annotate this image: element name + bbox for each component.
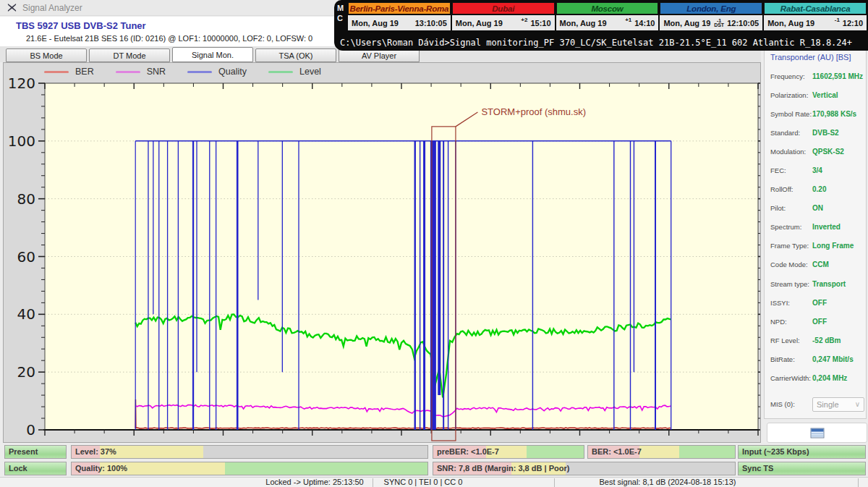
clock-berlin-paris-vienna-roma: Berlin-Paris-Vienna-RomaMon, Aug 1913:10… xyxy=(348,2,451,30)
svg-text:80: 80 xyxy=(17,190,35,208)
tab-signal-mon[interactable]: Signal Mon. xyxy=(172,47,253,62)
tp-value: 3/4 xyxy=(812,166,866,174)
signal-chart-panel: BERSNRQualityLevel 020406080100120STORM+… xyxy=(3,62,761,443)
tp-value: Long Frame xyxy=(812,242,866,250)
tp-label: Spectrum: xyxy=(770,223,812,231)
tp-value: -52 dBm xyxy=(812,336,866,344)
present-indicator: Present xyxy=(4,445,67,459)
clock-city-label: Rabat-Casablanca xyxy=(764,2,867,14)
tab-tsa-ok[interactable]: TSA (OK) xyxy=(255,48,336,62)
legend-label: Level xyxy=(299,67,321,77)
legend-swatch xyxy=(116,71,140,73)
transponder-row-modulation: Modulation:QPSK-S2 xyxy=(770,142,866,161)
transponder-row-carrierwidth: CarrierWidth:0,204 MHz xyxy=(770,369,866,388)
tp-label: Frame Type: xyxy=(770,242,812,250)
tp-label: RF Level: xyxy=(770,336,812,344)
clock-rabat-casablanca: Rabat-CasablancaMon, Aug 19-112:10 xyxy=(764,2,867,30)
snr-bar: SNR: 7,8 dB (Margin: 3,8 dB | Poor) xyxy=(433,462,736,475)
svg-text:40: 40 xyxy=(17,305,35,323)
tp-value: 11602,591 MHz xyxy=(812,72,866,80)
mis-select[interactable]: Single ∨ xyxy=(812,397,864,412)
tp-value: 0,204 MHz xyxy=(812,374,866,382)
clock-dubai: DubaiMon, Aug 19+215:10 xyxy=(452,2,555,30)
clock-time: 15:10 xyxy=(530,19,550,27)
legend-swatch xyxy=(187,71,212,73)
transponder-row-standard: Standard:DVB-S2 xyxy=(770,123,866,142)
transponder-rows: Frequency:11602,591 MHzPolarization:Vert… xyxy=(770,67,866,388)
clock-utc-offset: -1 xyxy=(835,15,840,23)
mis-label: MIS (0): xyxy=(770,400,812,408)
svg-text:60: 60 xyxy=(17,248,35,266)
window-title: Signal Analyzer xyxy=(22,3,82,13)
svg-text:20: 20 xyxy=(17,363,35,381)
clock-city-label: Berlin-Paris-Vienna-Roma xyxy=(348,2,451,14)
transponder-row-rf-level: RF Level:-52 dBm xyxy=(770,331,866,350)
transponder-row-frequency: Frequency:11602,591 MHz xyxy=(770,67,866,85)
quality-bar: Quality: 100% xyxy=(71,462,428,475)
tp-value: Vertical xyxy=(812,91,866,99)
clock-datetime: Mon, Aug 19-1DST12:10:05 xyxy=(660,15,762,30)
signal-chart: 020406080100120STORM+proof (shmu.sk) xyxy=(4,63,760,442)
tp-label: Pilot: xyxy=(770,204,812,212)
legend-item-snr: SNR xyxy=(116,67,166,77)
legend-label: Quality xyxy=(218,67,247,77)
legend-item-level: Level xyxy=(268,67,321,77)
app-icon xyxy=(7,3,17,12)
clock-date: Mon, Aug 19 xyxy=(352,19,399,27)
tp-value: Transport xyxy=(812,280,866,288)
tab-bs-mode[interactable]: BS Mode xyxy=(6,48,87,62)
status-uptime: Locked -> Uptime: 25:13:50 xyxy=(235,478,394,487)
legend-label: SNR xyxy=(147,67,166,77)
tp-label: FEC: xyxy=(770,166,812,174)
transponder-row-fec: FEC:3/4 xyxy=(770,161,866,179)
transponder-header: Transponder (AU) [BS] xyxy=(770,53,866,62)
status-sync-counters: SYNC 0 | TEI 0 | CC 0 xyxy=(374,478,472,487)
transponder-row-rolloff: RollOff:0.20 xyxy=(770,180,866,199)
tab-dt-mode[interactable]: DT Mode xyxy=(89,48,170,62)
svg-text:0: 0 xyxy=(26,421,35,439)
tp-value: DVB-S2 xyxy=(812,129,866,137)
tp-label: NPD: xyxy=(770,318,812,326)
statusbar-divider xyxy=(373,478,373,487)
table-icon xyxy=(810,428,825,439)
clipped-letter: M xyxy=(337,4,348,12)
input-rate-indicator: Input (~235 Kbps) xyxy=(738,445,866,459)
show-transponder-table-button[interactable] xyxy=(767,423,867,443)
transponder-panel: Transponder (AU) [BS] Frequency:11602,59… xyxy=(764,46,867,419)
storm-annotation-label: STORM+proof (shmu.sk) xyxy=(481,106,586,117)
tp-value: QPSK-S2 xyxy=(812,148,866,156)
svg-text:100: 100 xyxy=(8,132,35,150)
transponder-row-frame-type: Frame Type:Long Frame xyxy=(770,237,866,255)
clock-time: 12:10:05 xyxy=(727,19,759,27)
clock-time: 13:10:05 xyxy=(415,19,447,27)
transponder-row-symbol-rate: Symbol Rate:170,988 KS/s xyxy=(770,104,866,123)
tp-value: ON xyxy=(812,204,866,212)
transponder-row-stream-type: Stream type:Transport xyxy=(770,274,866,293)
ber-bar: BER: <1.0E-7 xyxy=(587,445,736,459)
clipped-letter: C xyxy=(337,14,348,22)
clock-city-label: Moscow xyxy=(556,2,659,14)
sync-ts-indicator: Sync TS xyxy=(738,462,866,475)
tp-label: ISSYI: xyxy=(770,299,812,307)
tp-value: 0.20 xyxy=(812,185,866,193)
legend-item-ber: BER xyxy=(44,67,94,77)
tp-label: Standard: xyxy=(770,129,812,137)
clock-date: Mon, Aug 19 xyxy=(456,19,503,27)
clock-date: Mon, Aug 19 xyxy=(767,19,814,27)
tp-value: CCM xyxy=(812,261,866,268)
tp-label: Polarization: xyxy=(770,91,812,99)
clock-city-label: London, Eng xyxy=(660,2,762,14)
clock-moscow: MoscowMon, Aug 19+114:10 xyxy=(556,2,659,30)
tp-value: OFF xyxy=(812,318,866,326)
transponder-row-npd: NPD:OFF xyxy=(770,312,866,331)
tp-value: 170,988 KS/s xyxy=(812,110,866,118)
transponder-row-code-mode: Code Mode:CCM xyxy=(770,255,866,274)
status-bar: Locked -> Uptime: 25:13:50 SYNC 0 | TEI … xyxy=(0,477,868,487)
tp-label: CarrierWidth: xyxy=(770,374,812,382)
clock-date: Mon, Aug 19 xyxy=(560,19,607,27)
tp-label: Modulation: xyxy=(770,148,812,156)
statusbar-divider xyxy=(554,478,555,487)
clock-utc-offset: +2 xyxy=(521,15,527,23)
command-line: C:\Users\Roman Dávid>Signal monitoring_P… xyxy=(340,38,867,48)
transponder-row-spectrum: Spectrum:Inverted xyxy=(770,218,866,237)
